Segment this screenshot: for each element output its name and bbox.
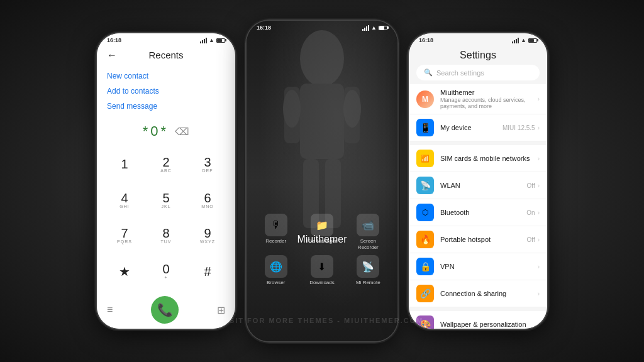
dialer-number: *0* <box>143 123 169 140</box>
phones-wrapper: 16:18 ▲ ← Recents New contact Add to con… <box>97 0 547 362</box>
status-time-center: 16:18 <box>257 25 271 31</box>
app-row-2: 🌐 Browser ⬇ Downloads 📡 Mi Remote <box>253 255 391 286</box>
screenrecorder-label: Screen Recorder <box>351 238 386 250</box>
account-sub: Manage accounts, cloud services, payment… <box>440 97 531 109</box>
svg-rect-1 <box>300 84 344 159</box>
filemanager-label: File Manager <box>308 238 337 244</box>
phone-center: 16:18 ▲ <box>247 21 397 341</box>
chevron-icon-wallpaper: › <box>538 321 540 328</box>
screenrecorder-icon: 📹 <box>357 214 379 236</box>
settings-item-connection[interactable]: 🔗 Connection & sharing › <box>409 280 547 307</box>
key-2[interactable]: 2ABC <box>146 147 186 182</box>
wifi-icon: ▲ <box>209 37 214 43</box>
dialpad-icon[interactable]: ⊞ <box>217 304 225 316</box>
chevron-icon-vpn: › <box>538 263 540 270</box>
app-row-1: 🎙 Recorder 📁 File Manager 📹 Screen Recor… <box>253 214 391 250</box>
app-browser[interactable]: 🌐 Browser <box>258 255 293 286</box>
bt-title: Bluetooth <box>440 209 520 216</box>
app-recorder[interactable]: 🎙 Recorder <box>258 214 293 250</box>
hotspot-icon: 🔥 <box>416 231 434 248</box>
key-0[interactable]: 0+ <box>146 254 186 288</box>
dialer-screen: 16:18 ▲ ← Recents New contact Add to con… <box>97 33 235 329</box>
wlan-title: WLAN <box>440 182 521 189</box>
status-bar-right: 16:18 ▲ <box>409 33 547 45</box>
settings-item-wlan[interactable]: 📡 WLAN Off › <box>409 172 547 199</box>
wallpaper-title: Wallpaper & personalization <box>440 321 531 328</box>
settings-item-vpn-content: VPN <box>440 263 531 270</box>
send-message-link[interactable]: Send message <box>107 99 225 113</box>
avatar-icon: M <box>416 90 434 108</box>
bt-value: On <box>526 209 535 216</box>
account-right: › <box>538 96 540 102</box>
battery-icon-center <box>379 26 387 30</box>
figure-art <box>247 21 397 341</box>
settings-item-bluetooth[interactable]: ⬡ Bluetooth On › <box>409 199 547 226</box>
battery-icon-right <box>528 38 537 43</box>
chevron-icon-connection: › <box>538 290 540 297</box>
chevron-icon-sim: › <box>538 155 540 162</box>
downloads-label: Downloads <box>309 280 335 286</box>
key-5[interactable]: 5JKL <box>146 183 186 217</box>
chevron-icon-hotspot: › <box>538 236 540 243</box>
svg-point-0 <box>300 30 344 87</box>
app-screenrecorder[interactable]: 📹 Screen Recorder <box>351 214 386 250</box>
settings-list: M Miuithemer Manage accounts, cloud serv… <box>409 84 547 329</box>
device-value: MIUI 12.5.5 <box>502 124 535 131</box>
backspace-icon[interactable]: ⌫ <box>175 126 189 138</box>
key-4[interactable]: 4GHI <box>104 183 145 217</box>
key-8[interactable]: 8TUV <box>146 219 186 253</box>
watermark-text: VISIT FOR MORE THEMES - MIUITHEMER.COM <box>221 317 424 324</box>
recorder-icon: 🎙 <box>265 214 287 236</box>
device-title: My device <box>440 124 496 131</box>
key-hash[interactable]: # <box>187 254 228 288</box>
battery-icon <box>216 38 225 43</box>
back-arrow-icon[interactable]: ← <box>107 50 117 61</box>
settings-item-device[interactable]: 📱 My device MIUI 12.5.5 › <box>409 114 547 141</box>
app-downloads[interactable]: ⬇ Downloads <box>304 255 339 286</box>
settings-item-wallpaper-content: Wallpaper & personalization <box>440 321 531 328</box>
dialer-header: ← Recents <box>97 45 235 65</box>
key-star[interactable]: ★ <box>104 254 145 288</box>
key-6[interactable]: 6MNO <box>187 183 228 217</box>
settings-item-account[interactable]: M Miuithemer Manage accounts, cloud serv… <box>409 84 547 114</box>
settings-screen: 16:18 ▲ Settings 🔍 Search settings <box>409 33 547 329</box>
call-button[interactable]: 📞 <box>151 296 179 324</box>
app-filemanager[interactable]: 📁 File Manager <box>304 214 339 250</box>
key-9[interactable]: 9WXYZ <box>187 219 228 253</box>
search-placeholder: Search settings <box>436 69 484 77</box>
settings-item-sim[interactable]: 📶 SIM cards & mobile networks › <box>409 145 547 172</box>
hotspot-value: Off <box>527 236 535 243</box>
key-1[interactable]: 1 <box>104 147 145 182</box>
settings-item-vpn[interactable]: 🔒 VPN › <box>409 253 547 280</box>
settings-item-hotspot[interactable]: 🔥 Portable hotspot Off › <box>409 226 547 253</box>
filemanager-icon: 📁 <box>311 214 333 236</box>
miremote-icon: 📡 <box>357 255 379 278</box>
sim-title: SIM cards & mobile networks <box>440 155 531 162</box>
miremote-label: Mi Remote <box>356 280 380 286</box>
vpn-icon: 🔒 <box>416 258 434 275</box>
status-time-right: 16:18 <box>419 37 433 43</box>
menu-icon[interactable]: ≡ <box>107 304 113 315</box>
chevron-icon: › <box>538 96 540 102</box>
settings-item-connection-content: Connection & sharing <box>440 290 531 297</box>
new-contact-link[interactable]: New contact <box>107 69 225 83</box>
wlan-icon: 📡 <box>416 177 434 194</box>
signal-icon <box>200 38 207 43</box>
add-contact-link[interactable]: Add to contacts <box>107 84 225 98</box>
key-7[interactable]: 7PQRS <box>104 219 145 253</box>
key-3[interactable]: 3DEF <box>187 147 228 182</box>
device-right: MIUI 12.5.5 › <box>502 124 540 131</box>
wifi-icon-right: ▲ <box>521 37 526 43</box>
number-display: *0* ⌫ <box>97 116 235 145</box>
bluetooth-icon: ⬡ <box>416 204 434 221</box>
settings-title: Settings <box>409 45 547 65</box>
keypad: 1 2ABC 3DEF 4GHI 5JKL 6MNO 7PQRS 8TUV 9W… <box>97 145 235 291</box>
recorder-label: Recorder <box>265 238 286 244</box>
signal-icon-center <box>362 25 369 31</box>
settings-item-wallpaper[interactable]: 🎨 Wallpaper & personalization › <box>409 311 547 329</box>
settings-search-bar[interactable]: 🔍 Search settings <box>416 65 540 80</box>
downloads-icon: ⬇ <box>311 255 333 278</box>
app-miremote[interactable]: 📡 Mi Remote <box>351 255 386 286</box>
bt-right: On › <box>526 209 540 216</box>
hotspot-title: Portable hotspot <box>440 236 521 243</box>
